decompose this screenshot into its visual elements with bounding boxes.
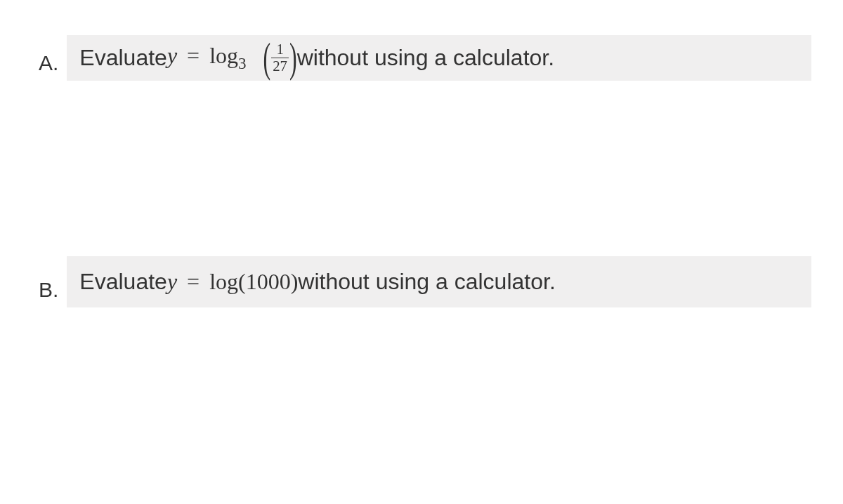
- fraction-numerator: 1: [275, 42, 285, 58]
- problem-a-box: Evaluate y = log3 (127) without using a …: [67, 35, 811, 81]
- equals-sign: =: [187, 43, 200, 68]
- problem-a-suffix: without using a calculator.: [297, 45, 554, 71]
- arg-close: ): [291, 269, 299, 294]
- problem-b-box: Evaluate y = log(1000) without using a c…: [67, 256, 811, 307]
- problem-a: A. Evaluate y = log3 (127) without using…: [39, 35, 811, 81]
- problem-b-label: B.: [39, 278, 58, 307]
- equals-sign-b: =: [187, 269, 200, 294]
- paren-open: (: [263, 34, 271, 81]
- log-word-b: log: [209, 269, 238, 294]
- problem-b-prefix: Evaluate: [79, 269, 167, 295]
- log-base: 3: [238, 54, 247, 72]
- problem-b-suffix: without using a calculator.: [298, 269, 555, 295]
- fraction-denominator: 27: [271, 58, 289, 74]
- problem-b-math: y = log(1000): [167, 269, 298, 295]
- fraction-1-27: 127: [271, 42, 289, 74]
- problem-b: B. Evaluate y = log(1000) without using …: [39, 256, 811, 307]
- problem-a-label: A.: [39, 51, 58, 81]
- problem-a-math: y = log3 (127): [167, 42, 297, 74]
- var-y: y: [167, 43, 177, 68]
- arg-open: (: [238, 269, 246, 294]
- var-y-b: y: [167, 269, 177, 294]
- arg-value: 1000: [246, 269, 291, 294]
- paren-close: ): [289, 34, 297, 81]
- problem-a-prefix: Evaluate: [79, 45, 167, 71]
- log-word: log: [209, 43, 238, 68]
